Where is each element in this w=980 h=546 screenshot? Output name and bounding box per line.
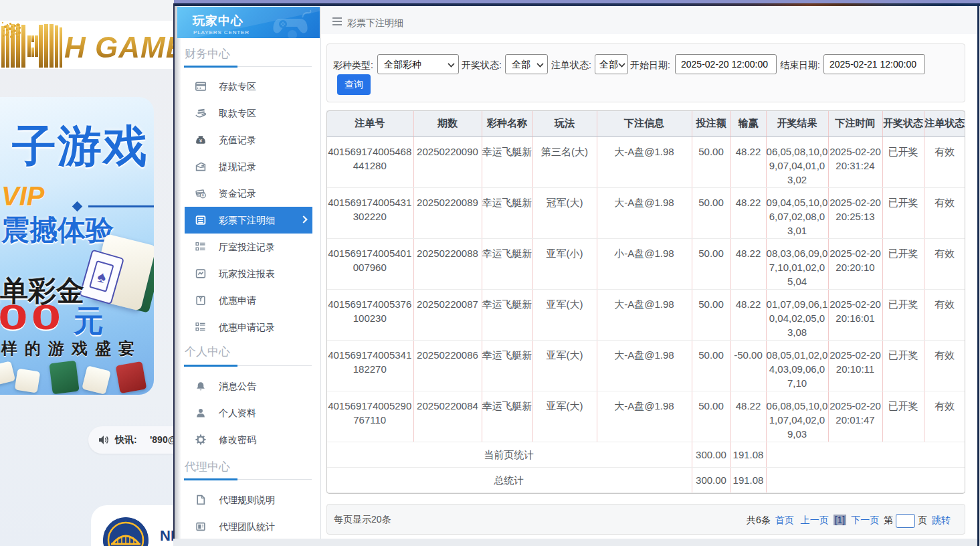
svg-text:¥: ¥ (202, 193, 205, 197)
